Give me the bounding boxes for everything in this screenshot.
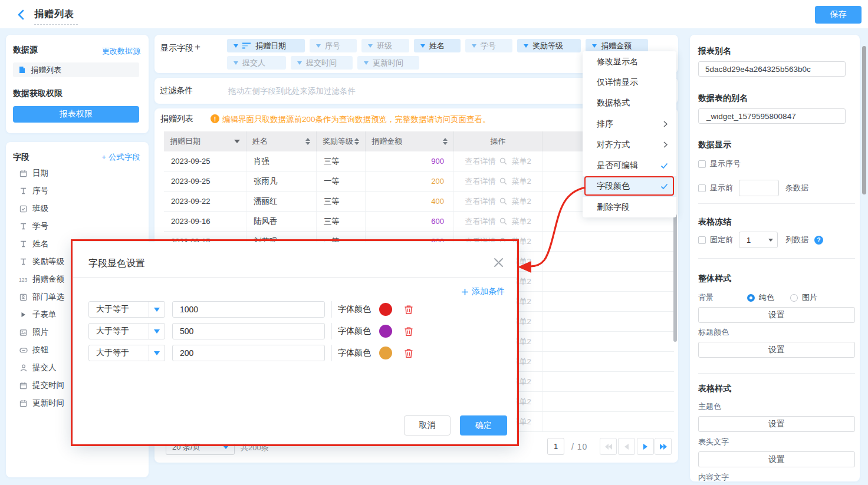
table-header-cell[interactable]: 操作 [454,131,542,151]
menu-item[interactable]: 修改显示名 [583,51,676,72]
condition-value-input[interactable]: 1000 [172,301,325,318]
field-item[interactable]: 日期 [6,164,149,182]
display-field-chip[interactable]: 更新时间 [357,56,419,70]
bg-image-radio[interactable] [790,294,798,302]
add-display-field-button[interactable]: + [195,41,200,53]
menu2-link[interactable]: 菜单2 [511,156,531,167]
table-header-cell[interactable]: 姓名 [246,131,317,151]
sort-icon[interactable] [305,138,310,145]
theme-color-label: 主题色 [698,401,721,412]
chip-label: 捐赠金额 [601,41,632,51]
header-text-setting-button[interactable]: 设置 [698,451,855,467]
show-index-checkbox[interactable] [698,160,706,168]
display-field-chip[interactable]: 学号 [465,39,512,52]
table-alias-label: 数据表的别名 [698,93,748,104]
menu2-link[interactable]: 菜单2 [511,216,531,227]
document-icon [18,66,26,74]
menu-item[interactable]: 字段颜色 [583,176,676,197]
show-first-checkbox[interactable] [698,184,706,192]
chevron-right-icon [643,443,648,450]
display-field-chip[interactable]: 姓名 [414,39,461,52]
show-first-count-input[interactable] [739,180,779,196]
display-field-chip[interactable]: 提交人 [227,56,286,70]
add-condition-link[interactable]: 添加条件 [461,286,505,297]
color-swatch[interactable] [379,303,392,316]
view-detail-link[interactable]: 查看详情 [465,216,495,227]
next-page-button[interactable] [637,438,654,455]
trash-icon[interactable] [404,326,413,336]
operator-select[interactable]: 大于等于 [88,323,165,339]
condition-value-input[interactable]: 500 [172,323,325,339]
display-field-chip[interactable]: 捐赠金额 [586,39,648,52]
table-header-cell[interactable]: 捐赠金额 [366,131,454,151]
first-page-button[interactable] [600,438,617,455]
table-header-cell[interactable]: 捐赠日期 [164,131,246,151]
view-detail-link[interactable]: 查看详情 [465,156,495,167]
prev-page-button[interactable] [618,438,635,455]
operator-select[interactable]: 大于等于 [88,345,165,361]
operator-select[interactable]: 大于等于 [88,301,165,318]
datasource-item[interactable]: 捐赠列表 [13,62,139,77]
trash-icon[interactable] [404,305,413,315]
field-item[interactable]: 学号 [6,217,149,235]
magnifier-icon[interactable] [499,217,507,225]
menu-item[interactable]: 数据格式 [583,93,676,114]
menu-item[interactable]: 是否可编辑 [583,155,676,176]
view-detail-link[interactable]: 查看详情 [465,196,495,207]
view-detail-link[interactable]: 查看详情 [465,176,495,187]
window-scrollbar[interactable] [862,46,866,194]
trash-icon[interactable] [404,348,413,358]
help-icon[interactable]: ? [814,236,823,245]
page-number-input[interactable]: 1 [547,438,564,455]
field-item[interactable]: 序号 [6,182,149,200]
sort-desc-icon[interactable] [234,140,240,143]
menu2-link[interactable]: 菜单2 [511,176,531,187]
filter-label: 过滤条件 [160,85,193,96]
menu-item[interactable]: 仅详情显示 [583,72,676,93]
show-first-row: 显示前 条数据 [698,180,808,196]
table-scrollbar[interactable] [673,214,677,342]
menu2-link[interactable]: 菜单2 [511,196,531,207]
report-permission-button[interactable]: 报表权限 [13,106,139,123]
operator-value: 大于等于 [89,348,149,358]
freeze-checkbox[interactable] [698,236,706,244]
magnifier-icon[interactable] [499,177,507,185]
confirm-button[interactable]: 确定 [460,415,507,435]
freeze-count-select[interactable]: 1 [739,232,778,248]
background-setting-button[interactable]: 设置 [698,307,855,323]
filter-placeholder[interactable]: 拖动左侧字段到此处来添加过滤条件 [228,86,356,97]
add-formula-field-link[interactable]: + 公式字段 [101,152,140,163]
table-header-cell[interactable]: 奖励等级 [317,131,366,151]
magnifier-icon[interactable] [499,197,507,205]
change-datasource-link[interactable]: 更改数据源 [102,46,140,57]
cancel-button[interactable]: 取消 [404,415,451,435]
table-cell [542,312,674,331]
sort-icon[interactable] [443,138,448,145]
bg-solid-radio[interactable] [747,294,755,302]
display-field-chip[interactable]: 提交时间 [291,56,353,70]
menu-item[interactable]: 删除字段 [583,197,676,217]
display-field-chip[interactable]: 班级 [361,39,409,52]
theme-color-setting-button[interactable]: 设置 [698,416,855,432]
chip-label: 更新时间 [373,58,403,68]
magnifier-icon[interactable] [499,157,507,165]
color-swatch[interactable] [379,325,392,338]
condition-value-input[interactable]: 200 [172,345,325,361]
report-alias-input[interactable]: 5dac8d29e4a264325b563b0c [698,61,846,77]
menu-item[interactable]: 对齐方式 [583,134,676,155]
title-color-setting-button[interactable]: 设置 [698,342,855,358]
field-item[interactable]: 班级 [6,200,149,217]
save-button[interactable]: 保存 [815,6,862,24]
display-field-chip[interactable]: 序号 [310,39,357,52]
display-field-chip[interactable]: 捐赠日期 [227,39,305,52]
back-button[interactable] [15,9,27,21]
close-icon[interactable] [494,258,504,268]
table-alias-input[interactable]: _widget_1579595800847 [698,108,846,124]
last-page-button[interactable] [655,438,672,455]
column-label: 捐赠金额 [371,136,402,147]
chevron-down-icon [297,61,302,65]
menu-item[interactable]: 排序 [583,114,676,134]
color-swatch[interactable] [379,347,392,359]
display-field-chip[interactable]: 奖励等级 [517,39,581,52]
sort-icon[interactable] [354,138,359,145]
